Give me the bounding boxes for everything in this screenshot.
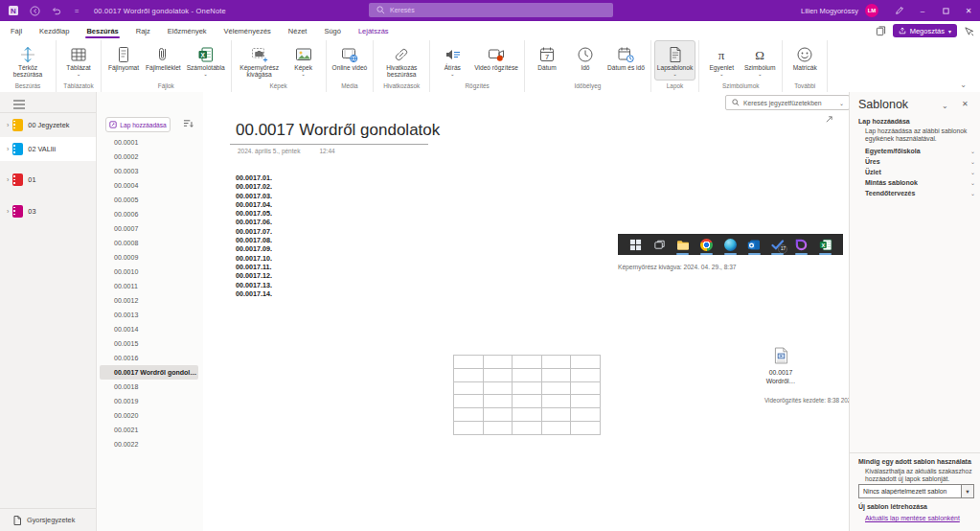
table-cell[interactable]	[571, 368, 601, 381]
embedded-video-file[interactable]: 00.0017 Wordről…	[749, 347, 812, 385]
ribbon-button-t-rk-z-besz-r-sa[interactable]: Térköz beszúrása	[3, 40, 53, 81]
notebook-item-01[interactable]: ›01	[0, 168, 96, 192]
page-list-item[interactable]: 00.0016	[97, 351, 204, 365]
table-cell[interactable]	[513, 381, 542, 395]
edit-pencil-icon[interactable]	[888, 0, 911, 21]
menu-tab-v-lem-nyez-s[interactable]: Véleményezés	[223, 23, 272, 38]
ribbon-button-d-tum-s-id[interactable]: Dátum és idő	[604, 40, 648, 81]
table-cell[interactable]	[541, 381, 571, 395]
quick-access-toolbar-icon[interactable]: =	[69, 3, 84, 18]
ribbon-button-f-jlmell-klet[interactable]: Fájlmelléklet	[143, 40, 184, 81]
table-cell[interactable]	[571, 421, 601, 434]
share-button[interactable]: Megosztás ▾	[893, 24, 957, 37]
ribbon-button-lapsablonok[interactable]: Lapsablonok⌄	[654, 40, 695, 81]
notebook-item-02-valiii[interactable]: ›02 VALIii	[0, 137, 96, 161]
table-cell[interactable]	[541, 395, 571, 408]
menu-tab-besz-r-s[interactable]: Beszúrás	[85, 23, 119, 38]
note-numbered-list[interactable]: 00.0017.01.00.0017.02.00.0017.03.00.0017…	[236, 173, 272, 298]
ribbon-button-d-tum[interactable]: 7Dátum	[528, 40, 566, 81]
menu-tab-n-zet[interactable]: Nézet	[287, 23, 308, 38]
menu-tab-s-g[interactable]: Súgó	[323, 23, 342, 38]
table-cell[interactable]	[571, 395, 601, 408]
table-cell[interactable]	[541, 408, 571, 422]
screen-clipping-image[interactable]: 17X	[618, 234, 843, 255]
table-cell[interactable]	[513, 368, 542, 381]
expand-page-icon[interactable]	[825, 115, 833, 124]
table-cell[interactable]	[571, 381, 601, 395]
ribbon-button-matric-k[interactable]: Matricák	[786, 40, 824, 81]
table-cell[interactable]	[483, 381, 513, 395]
page-list-item[interactable]: 00.0003	[97, 164, 204, 178]
ribbon-button-f-jlnyomat[interactable]: Fájlnyomat	[104, 40, 143, 81]
back-button[interactable]	[27, 3, 42, 18]
table-cell[interactable]	[483, 395, 513, 408]
note-table[interactable]	[453, 355, 601, 435]
table-cell[interactable]	[541, 356, 571, 369]
notebook-item-03[interactable]: ›03	[0, 199, 96, 223]
page-list-item[interactable]: 00.0001	[97, 135, 204, 150]
sort-pages-icon[interactable]	[183, 119, 194, 128]
table-cell[interactable]	[454, 356, 484, 369]
table-cell[interactable]	[513, 421, 542, 434]
page-list-item[interactable]: 00.0015	[97, 336, 204, 351]
table-cell[interactable]	[454, 381, 484, 395]
menu-tab-el-zm-nyek[interactable]: Előzmények	[167, 23, 208, 38]
titlebar-search[interactable]: Keresés	[369, 3, 613, 17]
page-list-item[interactable]: 00.0004	[97, 178, 204, 193]
table-cell[interactable]	[513, 408, 542, 422]
chevron-right-icon[interactable]: ›	[7, 122, 9, 128]
presenter-pointer-icon[interactable]	[964, 26, 974, 36]
template-category-zlet[interactable]: Üzlet⌄	[865, 167, 975, 177]
table-cell[interactable]	[571, 408, 601, 422]
page-list-item[interactable]: 00.0021	[97, 423, 204, 437]
page-list-item[interactable]: 00.0019	[97, 394, 204, 408]
ribbon-button-online-vide[interactable]: Online videó	[330, 40, 371, 81]
page-list-item[interactable]: 00.0002	[97, 150, 204, 164]
add-page-button[interactable]: Lap hozzáadása	[105, 117, 171, 132]
table-cell[interactable]	[454, 395, 484, 408]
table-cell[interactable]	[454, 408, 484, 422]
page-list-item[interactable]: 00.0008	[97, 236, 204, 250]
menu-tab-kezd-lap[interactable]: Kezdőlap	[38, 23, 70, 38]
chevron-down-icon[interactable]: ⌄	[942, 102, 948, 110]
user-name[interactable]: Lilien Mogyoróssy	[801, 7, 858, 15]
page-list-item[interactable]: 00.0005	[97, 193, 204, 207]
menu-tab-rajz[interactable]: Rajz	[135, 23, 151, 38]
chevron-right-icon[interactable]: ›	[7, 208, 9, 215]
ribbon-button-hivatkoz-s-besz-r-sa[interactable]: Hivatkozás beszúrása	[376, 40, 426, 81]
close-icon[interactable]: ✕	[962, 100, 969, 108]
page-list-item[interactable]: 00.0011	[97, 279, 204, 293]
ribbon-button-t-bl-zat[interactable]: Táblázat⌄	[59, 40, 98, 81]
navigation-menu-icon[interactable]	[13, 100, 25, 109]
table-cell[interactable]	[513, 395, 542, 408]
template-category-res[interactable]: Üres⌄	[865, 156, 975, 167]
template-category-mint-s-sablonok[interactable]: Mintás sablonok⌄	[865, 177, 975, 188]
chevron-right-icon[interactable]: ›	[7, 146, 9, 152]
close-button[interactable]: ✕	[957, 0, 980, 21]
menu-tab-lej-tsz-s[interactable]: Lejátszás	[357, 23, 390, 38]
undo-button[interactable]	[48, 3, 63, 18]
ribbon-button-egyenlet[interactable]: πEgyenlet⌄	[702, 40, 741, 81]
page-list-item[interactable]: 00.0012	[97, 293, 204, 308]
save-as-template-link[interactable]: Aktuális lap mentése sablonként	[865, 515, 960, 521]
notebook-feed-icon[interactable]	[876, 26, 886, 36]
collapse-ribbon-icon[interactable]: ⌄	[960, 81, 967, 89]
ribbon-button-k-perny-r-sz-kiv-g-sa[interactable]: Képernyőrész kivágása	[235, 40, 285, 81]
quick-notes-button[interactable]: Gyorsjegyzetek	[0, 508, 96, 531]
chevron-right-icon[interactable]: ›	[7, 176, 9, 183]
default-template-dropdown[interactable]: Nincs alapértelmezett sablon ▼	[858, 484, 974, 498]
ribbon-button-vide-r-gz-t-se[interactable]: Videó rögzítése	[471, 40, 521, 81]
table-cell[interactable]	[483, 368, 513, 381]
dropdown-arrow-icon[interactable]: ▼	[961, 485, 973, 497]
avatar[interactable]: LM	[865, 4, 878, 17]
table-cell[interactable]	[541, 368, 571, 381]
page-canvas[interactable]: Keresés jegyzetfüzetekben ⌄ 00.0017 Word…	[203, 92, 849, 531]
minimize-button[interactable]: –	[911, 0, 934, 21]
page-list-item[interactable]: 00.0006	[97, 207, 204, 221]
page-list-item[interactable]: 00.0013	[97, 308, 204, 322]
table-cell[interactable]	[454, 421, 484, 434]
table-cell[interactable]	[571, 356, 601, 369]
ribbon-button-k-pek[interactable]: Képek⌄	[285, 40, 323, 81]
ribbon-button-t-r-s[interactable]: Átírás⌄	[433, 40, 471, 81]
page-list-item[interactable]: 00.0020	[97, 408, 204, 423]
